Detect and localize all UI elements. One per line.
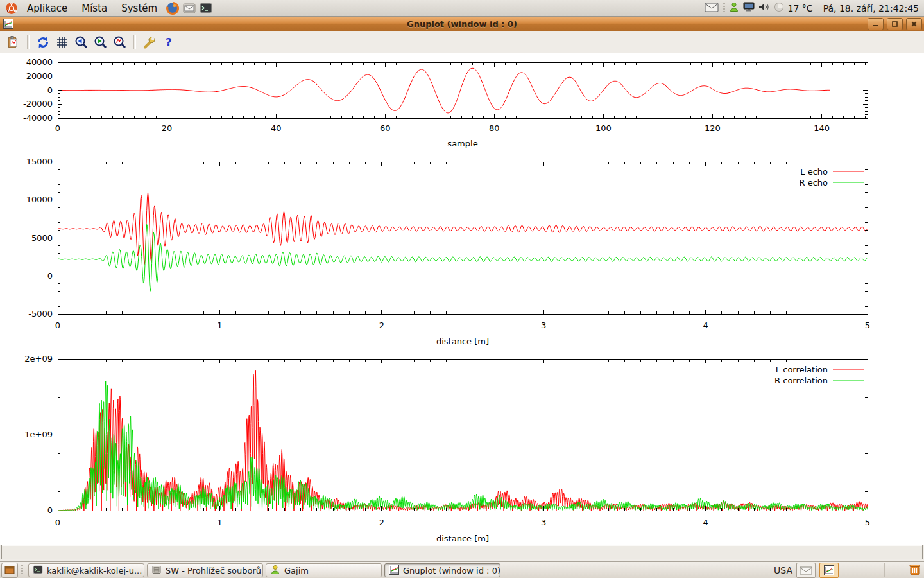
volume-icon[interactable] xyxy=(758,2,770,14)
legend-label: R correlation xyxy=(774,376,828,385)
svg-text:2: 2 xyxy=(379,518,384,527)
svg-text:1: 1 xyxy=(217,320,222,330)
gnuplot-charts[interactable]: 020406080100120140-40000-200000200004000… xyxy=(0,53,924,545)
svg-text:5: 5 xyxy=(865,320,870,330)
trash-icon[interactable] xyxy=(908,563,921,578)
plot-canvas[interactable]: 020406080100120140-40000-200000200004000… xyxy=(0,53,924,545)
clock[interactable]: Pá, 18. září, 21:42:45 xyxy=(823,3,919,13)
chart[interactable] xyxy=(58,192,868,291)
menu-applications[interactable]: Aplikace xyxy=(21,1,74,15)
svg-text:3: 3 xyxy=(541,320,546,330)
x-axis-title: distance [m] xyxy=(436,337,489,346)
window-titlebar[interactable]: Gnuplot (window id : 0) xyxy=(0,17,924,31)
ubuntu-menu-icon[interactable] xyxy=(4,1,19,15)
chart[interactable] xyxy=(58,68,830,113)
temperature-label[interactable]: 17 °C xyxy=(788,3,813,13)
axis-labels: 01234501e+092e+09distance [m] xyxy=(24,354,870,543)
x-axis-title: sample xyxy=(447,139,477,148)
taskbar-task-gnuplot[interactable]: Gnuplot (window id : 0) xyxy=(384,563,501,577)
terminal-icon xyxy=(33,565,43,577)
mail-tray-icon[interactable] xyxy=(796,563,816,578)
zoom-previous-icon[interactable] xyxy=(73,34,90,51)
window-statusbar xyxy=(1,545,923,559)
help-icon[interactable]: ? xyxy=(160,34,177,51)
series-L-echo xyxy=(58,192,868,264)
panel-handle[interactable] xyxy=(723,3,725,13)
task-label: Gajim xyxy=(284,566,309,575)
axis-labels: 012345-5000050001000015000distance [m] xyxy=(26,157,871,346)
taskbar-handle[interactable] xyxy=(21,565,23,575)
x-axis-title: distance [m] xyxy=(436,534,489,543)
legend-label: L echo xyxy=(800,167,828,177)
svg-text:120: 120 xyxy=(705,123,721,133)
desktop: Aplikace Místa Systém xyxy=(0,0,924,578)
mail-launcher-icon[interactable] xyxy=(182,1,196,15)
svg-text:0: 0 xyxy=(55,320,60,330)
svg-text:-20000: -20000 xyxy=(23,99,53,109)
series-L-correlation xyxy=(58,370,868,511)
svg-text:40000: 40000 xyxy=(26,57,53,67)
refresh-icon[interactable] xyxy=(35,34,51,51)
svg-text:15000: 15000 xyxy=(26,157,53,166)
axis-labels: 020406080100120140-40000-200000200004000… xyxy=(23,57,830,148)
window-toolbar: ? xyxy=(0,31,924,53)
gnuplot-tray-icon[interactable] xyxy=(819,563,839,578)
svg-text:140: 140 xyxy=(814,123,830,133)
svg-text:4: 4 xyxy=(703,320,708,330)
close-button[interactable] xyxy=(906,18,922,30)
taskbar-task-terminal[interactable]: kaklik@kaklik-kolej-u... xyxy=(28,563,144,577)
svg-text:0: 0 xyxy=(47,271,53,281)
gajim-icon xyxy=(270,565,280,577)
svg-text:5: 5 xyxy=(865,518,870,527)
legend-label: R echo xyxy=(799,178,828,188)
taskbar-task-gajim[interactable]: Gajim xyxy=(266,563,382,577)
grid-icon[interactable] xyxy=(54,34,71,51)
mail-notifier-icon[interactable] xyxy=(705,3,719,14)
svg-text:100: 100 xyxy=(595,123,612,133)
filemanager-icon xyxy=(151,565,162,577)
svg-text:?: ? xyxy=(166,36,172,49)
series-signal xyxy=(58,68,830,113)
user-status-icon[interactable] xyxy=(729,2,739,14)
task-list: kaklik@kaklik-kolej-u...SW - Prohlížeč s… xyxy=(28,563,501,577)
svg-text:2e+09: 2e+09 xyxy=(24,354,53,363)
task-label: kaklik@kaklik-kolej-u... xyxy=(47,566,142,575)
svg-text:1e+09: 1e+09 xyxy=(24,430,53,439)
menu-places[interactable]: Místa xyxy=(75,1,114,15)
svg-text:80: 80 xyxy=(489,123,500,133)
legend: L correlationR correlation xyxy=(774,365,864,385)
tray-space xyxy=(843,563,880,577)
display-icon[interactable] xyxy=(743,2,755,14)
weather-icon[interactable] xyxy=(774,2,784,14)
tray-space-2 xyxy=(884,563,904,577)
firefox-icon[interactable] xyxy=(166,1,180,15)
axes xyxy=(58,62,868,118)
svg-text:20000: 20000 xyxy=(26,71,53,81)
svg-text:1: 1 xyxy=(217,518,222,527)
window-title: Gnuplot (window id : 0) xyxy=(0,19,924,29)
zoom-next-icon[interactable] xyxy=(92,34,109,51)
svg-text:0: 0 xyxy=(55,123,60,133)
system-tray: USA xyxy=(774,563,924,578)
legend: L echoR echo xyxy=(799,167,864,188)
zoom-reset-icon[interactable] xyxy=(112,34,128,51)
task-label: SW - Prohlížeč souborů xyxy=(166,566,261,575)
maximize-button[interactable] xyxy=(887,18,903,30)
task-label: Gnuplot (window id : 0) xyxy=(403,566,501,575)
svg-text:-40000: -40000 xyxy=(23,113,53,123)
svg-text:3: 3 xyxy=(541,518,546,527)
svg-text:4: 4 xyxy=(703,518,708,527)
copy-icon[interactable] xyxy=(5,34,22,51)
minimize-button[interactable] xyxy=(868,18,884,30)
svg-text:5000: 5000 xyxy=(31,233,53,243)
svg-text:40: 40 xyxy=(271,123,282,133)
taskbar: kaklik@kaklik-kolej-u...SW - Prohlížeč s… xyxy=(0,561,924,578)
axes xyxy=(58,359,868,511)
taskbar-task-filemanager[interactable]: SW - Prohlížeč souborů xyxy=(147,563,263,577)
show-desktop-button[interactable] xyxy=(1,563,18,578)
terminal-launcher-icon[interactable] xyxy=(199,1,213,15)
keyboard-layout-indicator[interactable]: USA xyxy=(774,565,792,575)
settings-icon[interactable] xyxy=(141,34,158,51)
chart[interactable] xyxy=(58,370,868,511)
menu-system[interactable]: Systém xyxy=(115,1,164,15)
